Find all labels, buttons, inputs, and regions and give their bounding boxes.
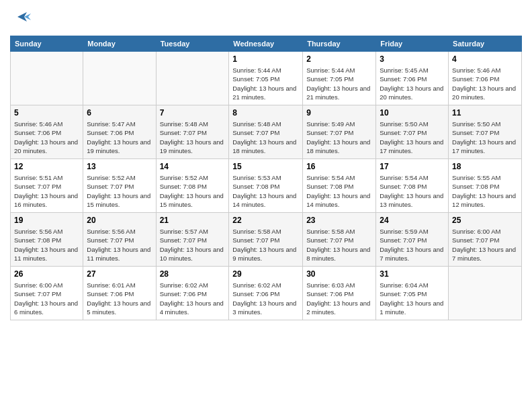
day-number: 2 <box>306 54 372 64</box>
calendar-cell: 9Sunrise: 5:49 AMSunset: 7:07 PMDaylight… <box>303 105 376 159</box>
calendar-week-row: 1Sunrise: 5:44 AMSunset: 7:05 PMDaylight… <box>11 52 522 105</box>
day-header-friday: Friday <box>376 36 449 52</box>
calendar-cell: 30Sunrise: 6:03 AMSunset: 7:06 PMDayligh… <box>303 267 376 320</box>
calendar-cell: 25Sunrise: 6:00 AMSunset: 7:07 PMDayligh… <box>449 213 522 267</box>
calendar-cell <box>11 52 83 105</box>
logo-bird-icon <box>12 7 32 27</box>
day-number: 6 <box>87 108 152 118</box>
day-number: 5 <box>14 108 79 118</box>
day-info: Sunrise: 6:02 AMSunset: 7:06 PMDaylight:… <box>232 281 299 316</box>
calendar-cell: 13Sunrise: 5:52 AMSunset: 7:07 PMDayligh… <box>83 159 156 213</box>
calendar-cell: 8Sunrise: 5:48 AMSunset: 7:07 PMDaylight… <box>229 105 303 159</box>
day-info: Sunrise: 6:01 AMSunset: 7:06 PMDaylight:… <box>87 281 152 316</box>
day-info: Sunrise: 5:56 AMSunset: 7:07 PMDaylight:… <box>87 227 152 263</box>
day-info: Sunrise: 5:58 AMSunset: 7:07 PMDaylight:… <box>232 227 299 263</box>
calendar-cell: 15Sunrise: 5:53 AMSunset: 7:08 PMDayligh… <box>229 159 303 213</box>
day-info: Sunrise: 5:58 AMSunset: 7:07 PMDaylight:… <box>306 227 372 263</box>
calendar-cell <box>156 52 229 105</box>
day-number: 10 <box>380 108 445 118</box>
day-info: Sunrise: 5:50 AMSunset: 7:07 PMDaylight:… <box>452 120 518 155</box>
calendar-cell <box>449 267 522 320</box>
calendar-cell: 11Sunrise: 5:50 AMSunset: 7:07 PMDayligh… <box>449 105 522 159</box>
calendar-week-row: 26Sunrise: 6:00 AMSunset: 7:07 PMDayligh… <box>11 267 522 320</box>
day-number: 19 <box>14 216 79 225</box>
calendar-cell: 27Sunrise: 6:01 AMSunset: 7:06 PMDayligh… <box>83 267 156 320</box>
calendar-cell <box>83 52 156 105</box>
day-header-wednesday: Wednesday <box>229 36 303 52</box>
calendar-cell: 17Sunrise: 5:54 AMSunset: 7:08 PMDayligh… <box>376 159 449 213</box>
day-info: Sunrise: 5:52 AMSunset: 7:08 PMDaylight:… <box>160 173 226 209</box>
calendar-cell: 14Sunrise: 5:52 AMSunset: 7:08 PMDayligh… <box>156 159 229 213</box>
day-number: 29 <box>232 269 299 279</box>
day-number: 17 <box>380 162 445 171</box>
day-number: 4 <box>452 54 518 64</box>
calendar-cell: 5Sunrise: 5:46 AMSunset: 7:06 PMDaylight… <box>11 105 83 159</box>
day-number: 22 <box>232 216 299 225</box>
day-number: 12 <box>14 162 79 171</box>
day-info: Sunrise: 5:48 AMSunset: 7:07 PMDaylight:… <box>232 120 299 155</box>
day-info: Sunrise: 5:51 AMSunset: 7:07 PMDaylight:… <box>14 173 79 209</box>
calendar-cell: 20Sunrise: 5:56 AMSunset: 7:07 PMDayligh… <box>83 213 156 267</box>
day-number: 11 <box>452 108 518 118</box>
calendar-cell: 16Sunrise: 5:54 AMSunset: 7:08 PMDayligh… <box>303 159 376 213</box>
calendar-cell: 1Sunrise: 5:44 AMSunset: 7:05 PMDaylight… <box>229 52 303 105</box>
day-info: Sunrise: 5:53 AMSunset: 7:08 PMDaylight:… <box>232 173 299 209</box>
day-number: 9 <box>306 108 372 118</box>
calendar-cell: 23Sunrise: 5:58 AMSunset: 7:07 PMDayligh… <box>303 213 376 267</box>
calendar-week-row: 5Sunrise: 5:46 AMSunset: 7:06 PMDaylight… <box>11 105 522 159</box>
day-info: Sunrise: 5:44 AMSunset: 7:05 PMDaylight:… <box>306 66 372 101</box>
day-info: Sunrise: 5:44 AMSunset: 7:05 PMDaylight:… <box>232 66 299 101</box>
day-number: 25 <box>452 216 518 225</box>
day-info: Sunrise: 5:59 AMSunset: 7:07 PMDaylight:… <box>380 227 445 263</box>
day-info: Sunrise: 6:03 AMSunset: 7:06 PMDaylight:… <box>306 281 372 316</box>
page-container: SundayMondayTuesdayWednesdayThursdayFrid… <box>0 0 532 411</box>
day-number: 31 <box>380 269 445 279</box>
calendar-cell: 3Sunrise: 5:45 AMSunset: 7:06 PMDaylight… <box>376 52 449 105</box>
day-info: Sunrise: 5:52 AMSunset: 7:07 PMDaylight:… <box>87 173 152 209</box>
calendar-cell: 28Sunrise: 6:02 AMSunset: 7:06 PMDayligh… <box>156 267 229 320</box>
day-info: Sunrise: 5:56 AMSunset: 7:08 PMDaylight:… <box>14 227 79 263</box>
day-info: Sunrise: 5:54 AMSunset: 7:08 PMDaylight:… <box>380 173 445 209</box>
calendar-cell: 31Sunrise: 6:04 AMSunset: 7:05 PMDayligh… <box>376 267 449 320</box>
day-info: Sunrise: 5:45 AMSunset: 7:06 PMDaylight:… <box>380 66 445 101</box>
day-number: 16 <box>306 162 372 171</box>
day-info: Sunrise: 6:00 AMSunset: 7:07 PMDaylight:… <box>452 227 518 263</box>
calendar-week-row: 19Sunrise: 5:56 AMSunset: 7:08 PMDayligh… <box>11 213 522 267</box>
logo <box>10 7 32 30</box>
day-info: Sunrise: 5:48 AMSunset: 7:07 PMDaylight:… <box>160 120 226 155</box>
calendar-cell: 21Sunrise: 5:57 AMSunset: 7:07 PMDayligh… <box>156 213 229 267</box>
day-number: 24 <box>380 216 445 225</box>
day-info: Sunrise: 6:04 AMSunset: 7:05 PMDaylight:… <box>380 281 445 316</box>
day-number: 23 <box>306 216 372 225</box>
day-number: 1 <box>232 54 299 64</box>
day-number: 13 <box>87 162 152 171</box>
calendar-cell: 19Sunrise: 5:56 AMSunset: 7:08 PMDayligh… <box>11 213 83 267</box>
day-header-saturday: Saturday <box>449 36 522 52</box>
day-info: Sunrise: 5:46 AMSunset: 7:06 PMDaylight:… <box>452 66 518 101</box>
day-header-monday: Monday <box>83 36 156 52</box>
logo-text <box>10 7 32 30</box>
calendar-cell: 18Sunrise: 5:55 AMSunset: 7:08 PMDayligh… <box>449 159 522 213</box>
calendar-header-row: SundayMondayTuesdayWednesdayThursdayFrid… <box>11 36 522 52</box>
calendar-table: SundayMondayTuesdayWednesdayThursdayFrid… <box>10 36 522 320</box>
day-number: 20 <box>87 216 152 225</box>
day-info: Sunrise: 5:54 AMSunset: 7:08 PMDaylight:… <box>306 173 372 209</box>
day-number: 7 <box>160 108 226 118</box>
day-info: Sunrise: 5:47 AMSunset: 7:06 PMDaylight:… <box>87 120 152 155</box>
day-number: 26 <box>14 269 79 279</box>
day-info: Sunrise: 5:46 AMSunset: 7:06 PMDaylight:… <box>14 120 79 155</box>
day-number: 18 <box>452 162 518 171</box>
day-info: Sunrise: 6:02 AMSunset: 7:06 PMDaylight:… <box>160 281 226 316</box>
day-number: 3 <box>380 54 445 64</box>
calendar-cell: 4Sunrise: 5:46 AMSunset: 7:06 PMDaylight… <box>449 52 522 105</box>
calendar-week-row: 12Sunrise: 5:51 AMSunset: 7:07 PMDayligh… <box>11 159 522 213</box>
calendar-cell: 6Sunrise: 5:47 AMSunset: 7:06 PMDaylight… <box>83 105 156 159</box>
calendar-cell: 7Sunrise: 5:48 AMSunset: 7:07 PMDaylight… <box>156 105 229 159</box>
day-number: 21 <box>160 216 226 225</box>
day-number: 30 <box>306 269 372 279</box>
calendar-cell: 22Sunrise: 5:58 AMSunset: 7:07 PMDayligh… <box>229 213 303 267</box>
day-info: Sunrise: 5:50 AMSunset: 7:07 PMDaylight:… <box>380 120 445 155</box>
day-info: Sunrise: 5:49 AMSunset: 7:07 PMDaylight:… <box>306 120 372 155</box>
calendar-cell: 12Sunrise: 5:51 AMSunset: 7:07 PMDayligh… <box>11 159 83 213</box>
calendar-cell: 24Sunrise: 5:59 AMSunset: 7:07 PMDayligh… <box>376 213 449 267</box>
